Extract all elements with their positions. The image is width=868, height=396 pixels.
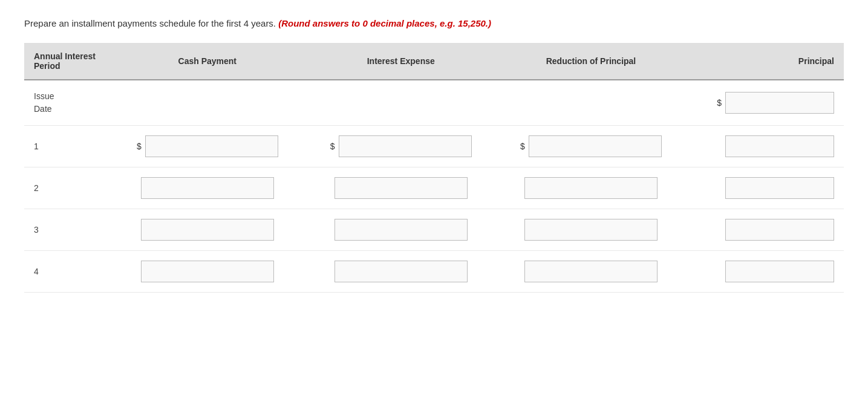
header-period: Annual Interest Period bbox=[24, 43, 107, 80]
principal-cell-3 bbox=[688, 209, 844, 251]
input-principal-1[interactable] bbox=[725, 135, 834, 157]
input-cash-3[interactable] bbox=[141, 219, 274, 241]
reduction-cell-1: $ bbox=[494, 126, 688, 167]
period-cell-1: 1 bbox=[24, 126, 107, 167]
cash-cell-4 bbox=[107, 251, 307, 293]
dollar-sign-reduction-1: $ bbox=[520, 141, 525, 151]
header-interest: Interest Expense bbox=[307, 43, 494, 80]
principal-cell-2 bbox=[688, 167, 844, 209]
period-cell-2: 2 bbox=[24, 167, 107, 209]
input-reduction-1[interactable] bbox=[529, 135, 662, 157]
input-principal-4[interactable] bbox=[725, 261, 834, 282]
period-cell-3: 3 bbox=[24, 209, 107, 251]
principal-cell-4 bbox=[688, 251, 844, 293]
input-interest-1[interactable] bbox=[339, 135, 472, 157]
input-interest-4[interactable] bbox=[334, 261, 468, 282]
reduction-cell-3 bbox=[494, 209, 688, 251]
table-row-issue-date: IssueDate $ bbox=[24, 80, 844, 126]
table-header-row: Annual Interest Period Cash Payment Inte… bbox=[24, 43, 844, 80]
principal-cell-issue: $ bbox=[688, 80, 844, 126]
period-cell-issue: IssueDate bbox=[24, 80, 107, 126]
schedule-table: Annual Interest Period Cash Payment Inte… bbox=[24, 43, 844, 293]
cash-cell-issue bbox=[107, 80, 307, 126]
input-interest-2[interactable] bbox=[334, 177, 468, 199]
table-row-4: 4 bbox=[24, 251, 844, 293]
input-cash-4[interactable] bbox=[141, 261, 274, 282]
header-principal: Principal bbox=[688, 43, 844, 80]
period-cell-4: 4 bbox=[24, 251, 107, 293]
dollar-sign-cash-1: $ bbox=[137, 141, 142, 151]
dollar-sign-interest-1: $ bbox=[330, 141, 335, 151]
header-reduction: Reduction of Principal bbox=[494, 43, 688, 80]
principal-cell-1 bbox=[688, 126, 844, 167]
table-row-1: 1 $ $ $ bbox=[24, 126, 844, 167]
table-row-2: 2 bbox=[24, 167, 844, 209]
dollar-sign-principal-issue: $ bbox=[717, 98, 722, 108]
interest-cell-3 bbox=[307, 209, 494, 251]
input-principal-2[interactable] bbox=[725, 177, 834, 199]
reduction-cell-2 bbox=[494, 167, 688, 209]
cash-cell-1: $ bbox=[107, 126, 307, 167]
interest-cell-1: $ bbox=[307, 126, 494, 167]
cash-cell-3 bbox=[107, 209, 307, 251]
input-interest-3[interactable] bbox=[334, 219, 468, 241]
input-reduction-4[interactable] bbox=[524, 261, 658, 282]
interest-cell-issue bbox=[307, 80, 494, 126]
input-cash-1[interactable] bbox=[145, 135, 278, 157]
input-reduction-2[interactable] bbox=[524, 177, 658, 199]
input-principal-3[interactable] bbox=[725, 219, 834, 241]
reduction-cell-issue bbox=[494, 80, 688, 126]
interest-cell-4 bbox=[307, 251, 494, 293]
table-row-3: 3 bbox=[24, 209, 844, 251]
instruction-text: Prepare an installment payments schedule… bbox=[24, 18, 844, 28]
cash-cell-2 bbox=[107, 167, 307, 209]
input-cash-2[interactable] bbox=[141, 177, 274, 199]
reduction-cell-4 bbox=[494, 251, 688, 293]
input-principal-issue[interactable] bbox=[725, 92, 834, 114]
input-reduction-3[interactable] bbox=[524, 219, 658, 241]
interest-cell-2 bbox=[307, 167, 494, 209]
header-cash: Cash Payment bbox=[107, 43, 307, 80]
